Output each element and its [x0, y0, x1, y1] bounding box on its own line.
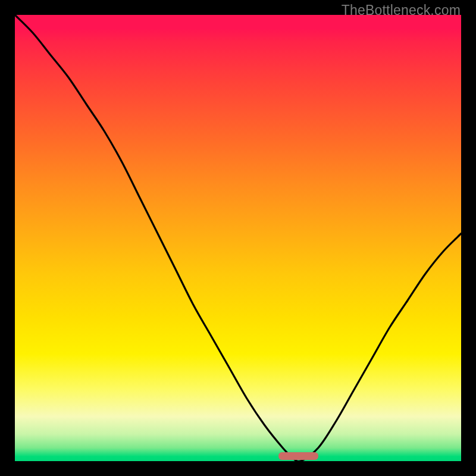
plot-area — [15, 15, 461, 461]
watermark-text: TheBottleneck.com — [342, 2, 461, 18]
bottleneck-curve — [15, 15, 461, 461]
curve-svg — [15, 15, 461, 461]
bottleneck-chart: TheBottleneck.com — [0, 0, 476, 476]
optimal-range-marker — [278, 452, 319, 460]
